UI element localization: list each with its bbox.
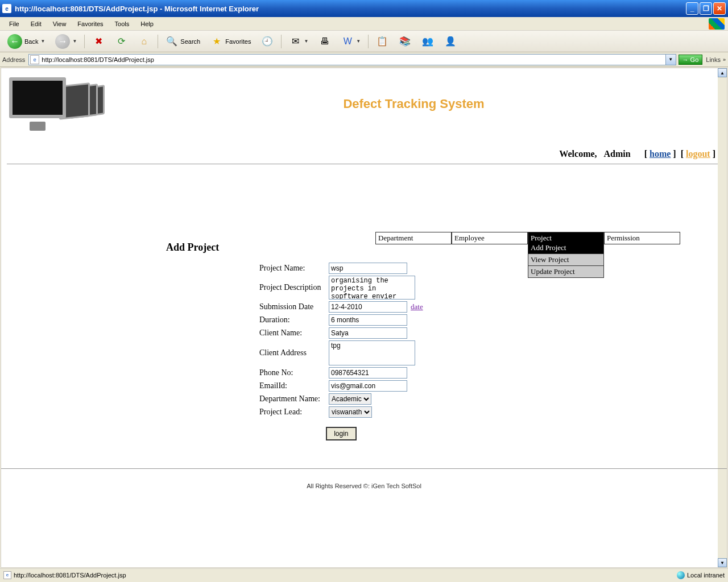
mail-icon: ✉	[289, 35, 301, 48]
messenger-button[interactable]: 👥	[417, 33, 438, 50]
menu-help[interactable]: Help	[135, 19, 159, 28]
chevron-down-icon: ▼	[356, 39, 361, 44]
page-content: Defect Tracking System Welcome, Admin [ …	[1, 68, 727, 173]
welcome-label: Welcome,	[559, 149, 597, 159]
email-label: EmailId:	[259, 381, 329, 390]
close-button[interactable]: ✕	[713, 2, 726, 15]
back-label: Back	[24, 38, 38, 45]
edit-button[interactable]: W▼	[337, 33, 365, 50]
back-button[interactable]: ← Back ▼	[3, 32, 49, 51]
menu-favorites[interactable]: Favorites	[72, 19, 109, 28]
submenu-add-project[interactable]: Add Project	[528, 242, 604, 254]
toolbar-separator	[281, 35, 282, 48]
go-button[interactable]: →Go	[679, 55, 703, 65]
address-input[interactable]	[42, 55, 664, 64]
ie-icon: e	[2, 4, 11, 13]
dept-select[interactable]: Academic	[329, 393, 371, 405]
menu-edit[interactable]: Edit	[25, 19, 47, 28]
forward-button[interactable]: → ▼	[51, 32, 81, 51]
status-url: http://localhost:8081/DTS/AddProject.jsp	[14, 572, 126, 579]
submit-button[interactable]: login	[326, 427, 356, 440]
nav-permission[interactable]: Permission	[604, 232, 680, 244]
client-address-label: Client Address	[259, 348, 329, 357]
project-desc-textarea[interactable]	[329, 276, 415, 300]
duration-label: Duration:	[259, 315, 329, 325]
add-project-form: Project Name: Project Description Submis…	[259, 263, 423, 440]
toolbar-separator	[368, 35, 369, 48]
history-icon: 🕘	[261, 35, 274, 48]
msn-button[interactable]: 👤	[440, 33, 461, 50]
submission-date-label: Submission Date	[259, 302, 329, 311]
scroll-down-icon[interactable]: ▼	[718, 558, 727, 567]
page-title: Defect Tracking System	[106, 97, 721, 111]
address-bar: Address e ▼ →Go Links »	[0, 52, 728, 67]
windows-flag-icon	[709, 18, 725, 30]
monitors-image	[7, 73, 106, 135]
stop-icon: ✖	[92, 35, 105, 48]
client-address-textarea[interactable]	[329, 340, 415, 365]
project-name-input[interactable]	[329, 263, 407, 274]
links-label[interactable]: Links	[706, 56, 721, 63]
home-button[interactable]: ⌂	[134, 33, 154, 50]
nav-employee[interactable]: Employee	[452, 232, 528, 244]
go-arrow-icon: →	[682, 56, 689, 63]
menu-view[interactable]: View	[47, 19, 72, 28]
address-input-wrap: e	[28, 54, 665, 65]
scroll-up-icon[interactable]: ▲	[718, 68, 727, 77]
refresh-button[interactable]: ⟳	[111, 33, 131, 50]
favorites-button[interactable]: ★Favorites	[206, 33, 255, 50]
duration-input[interactable]	[329, 314, 407, 326]
nav-department[interactable]: Department	[375, 232, 452, 244]
lead-select[interactable]: viswanath	[329, 406, 372, 418]
toolbar-separator	[158, 35, 158, 48]
divider	[7, 164, 721, 164]
browser-viewport: ▲ ▼ Defect Tracking System Welcome, Admi…	[1, 68, 727, 568]
project-name-label: Project Name:	[259, 264, 329, 273]
submenu-update-project[interactable]: Update Project	[528, 266, 604, 278]
logout-link[interactable]: logout	[686, 149, 710, 159]
back-arrow-icon: ←	[7, 34, 22, 49]
toolbar-separator	[84, 35, 85, 48]
edit-icon: W	[341, 35, 354, 48]
phone-input[interactable]	[329, 367, 407, 379]
window-title: http://localhost:8081/DTS/AddProject.jsp…	[15, 5, 686, 13]
maximize-button[interactable]: ❐	[700, 2, 712, 15]
stop-button[interactable]: ✖	[88, 33, 109, 50]
submission-date-input[interactable]	[329, 301, 407, 313]
toolbar: ← Back ▼ → ▼ ✖ ⟳ ⌂ 🔍Search ★Favorites 🕘 …	[0, 31, 728, 52]
print-icon: 🖶	[318, 35, 331, 48]
home-link[interactable]: home	[650, 149, 671, 159]
links-chevron-icon[interactable]: »	[723, 57, 726, 63]
address-dropdown[interactable]: ▼	[666, 54, 676, 65]
client-name-input[interactable]	[329, 327, 407, 339]
research-button[interactable]: 📚	[395, 33, 415, 50]
welcome-row: Welcome, Admin [ home ] [ logout ]	[7, 147, 721, 161]
window-titlebar: e http://localhost:8081/DTS/AddProject.j…	[0, 0, 728, 17]
dept-label: Department Name:	[259, 394, 329, 404]
history-button[interactable]: 🕘	[257, 33, 278, 50]
mail-button[interactable]: ✉▼	[285, 33, 312, 50]
email-input[interactable]	[329, 380, 407, 392]
menubar: File Edit View Favorites Tools Help	[0, 17, 728, 31]
research-icon: 📚	[399, 35, 411, 48]
zone-icon	[677, 571, 685, 579]
print-button[interactable]: 🖶	[315, 33, 335, 50]
search-button[interactable]: 🔍Search	[162, 33, 204, 50]
zone-label: Local intranet	[687, 572, 725, 579]
menu-file[interactable]: File	[3, 19, 25, 28]
home-icon: ⌂	[138, 35, 150, 48]
minimize-button[interactable]: _	[686, 2, 698, 15]
page-icon: e	[30, 55, 39, 64]
address-label: Address	[2, 56, 25, 63]
vertical-scrollbar[interactable]: ▲ ▼	[718, 68, 727, 567]
discuss-button[interactable]: 📋	[372, 33, 392, 50]
chevron-down-icon: ▼	[72, 39, 77, 44]
submenu-view-project[interactable]: View Project	[528, 254, 604, 266]
menu-tools[interactable]: Tools	[109, 19, 135, 28]
refresh-icon: ⟳	[115, 35, 127, 48]
chevron-down-icon: ▼	[304, 39, 308, 44]
date-picker-link[interactable]: date	[411, 302, 423, 311]
project-submenu: Add Project View Project Update Project	[528, 242, 604, 278]
page-footer: All Rights Reserved ©: iGen Tech SoftSol	[1, 468, 727, 489]
star-icon: ★	[210, 35, 223, 48]
